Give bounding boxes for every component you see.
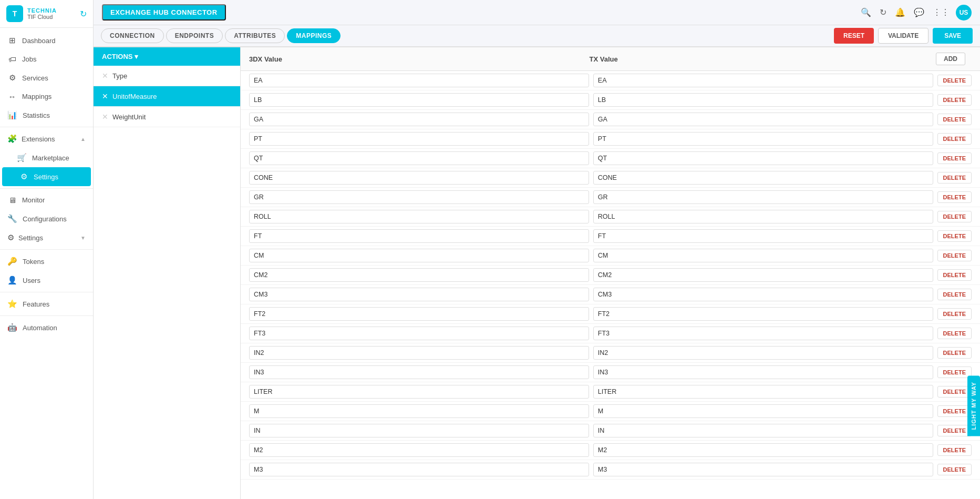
- light-my-way-button[interactable]: LIGHT MY WAY: [967, 375, 980, 436]
- delete-button[interactable]: DELETE: [937, 75, 972, 86]
- input-tx[interactable]: [593, 151, 933, 165]
- tab-connection[interactable]: CONNECTION: [101, 28, 164, 43]
- input-3dx[interactable]: [249, 249, 589, 262]
- sidebar-item-features[interactable]: ⭐ Features: [0, 294, 93, 313]
- mapping-item-weightunit[interactable]: ✕ WeightUnit: [94, 107, 240, 127]
- reset-button[interactable]: RESET: [834, 28, 874, 44]
- sidebar-item-marketplace[interactable]: 🛒 Marketplace: [0, 148, 93, 167]
- input-3dx[interactable]: [249, 463, 589, 476]
- input-tx[interactable]: [593, 210, 933, 223]
- input-3dx[interactable]: [249, 151, 589, 165]
- input-tx[interactable]: [593, 424, 933, 437]
- input-tx[interactable]: [593, 268, 933, 282]
- sidebar-item-tokens[interactable]: 🔑 Tokens: [0, 252, 93, 271]
- input-3dx[interactable]: [249, 307, 589, 321]
- input-3dx[interactable]: [249, 424, 589, 437]
- input-tx[interactable]: [593, 365, 933, 379]
- save-button[interactable]: SAVE: [933, 28, 973, 44]
- delete-button[interactable]: DELETE: [937, 464, 972, 475]
- delete-button[interactable]: DELETE: [937, 347, 972, 359]
- delete-button[interactable]: DELETE: [937, 386, 972, 398]
- delete-button[interactable]: DELETE: [937, 94, 972, 106]
- tab-attributes[interactable]: ATTRIBUTES: [225, 28, 285, 43]
- tab-endpoints[interactable]: ENDPOINTS: [166, 28, 223, 43]
- delete-button[interactable]: DELETE: [937, 172, 972, 184]
- delete-button[interactable]: DELETE: [937, 269, 972, 281]
- sidebar-item-extensions[interactable]: 🧩 Extensions ▲: [0, 129, 93, 148]
- input-3dx[interactable]: [249, 443, 589, 457]
- input-3dx[interactable]: [249, 190, 589, 204]
- input-tx[interactable]: [593, 74, 933, 87]
- input-tx[interactable]: [593, 229, 933, 243]
- delete-button[interactable]: DELETE: [937, 328, 972, 339]
- notification-button[interactable]: 🔔: [893, 5, 907, 19]
- input-3dx[interactable]: [249, 385, 589, 399]
- input-tx[interactable]: [593, 327, 933, 340]
- sidebar-item-mappings[interactable]: ↔ Mappings: [0, 87, 93, 106]
- delete-button[interactable]: DELETE: [937, 425, 972, 436]
- delete-button[interactable]: DELETE: [937, 366, 972, 378]
- input-3dx[interactable]: [249, 229, 589, 243]
- delete-button[interactable]: DELETE: [937, 444, 972, 456]
- delete-button[interactable]: DELETE: [937, 289, 972, 300]
- refresh-button[interactable]: ↻: [80, 9, 87, 19]
- delete-button[interactable]: DELETE: [937, 308, 972, 320]
- add-button[interactable]: ADD: [936, 53, 965, 65]
- delete-button[interactable]: DELETE: [937, 133, 972, 145]
- input-3dx[interactable]: [249, 132, 589, 146]
- delete-button[interactable]: DELETE: [937, 250, 972, 261]
- delete-button[interactable]: DELETE: [937, 152, 972, 164]
- sidebar-item-settings2[interactable]: ⚙ Settings ▼: [0, 228, 93, 247]
- input-3dx[interactable]: [249, 113, 589, 126]
- input-3dx[interactable]: [249, 171, 589, 185]
- actions-header[interactable]: ACTIONS ▾: [94, 47, 240, 66]
- input-3dx[interactable]: [249, 93, 589, 107]
- input-3dx[interactable]: [249, 288, 589, 301]
- mapping-item-type[interactable]: ✕ Type: [94, 66, 240, 86]
- validate-button[interactable]: VALIDATE: [878, 28, 929, 44]
- input-3dx[interactable]: [249, 327, 589, 340]
- sidebar-item-dashboard[interactable]: ⊞ Dashboard: [0, 31, 93, 50]
- sidebar-item-services[interactable]: ⚙ Services: [0, 68, 93, 87]
- tab-mappings[interactable]: MAPPINGS: [287, 28, 341, 43]
- input-3dx[interactable]: [249, 74, 589, 87]
- sidebar-item-configurations[interactable]: 🔧 Configurations: [0, 209, 93, 228]
- input-3dx[interactable]: [249, 346, 589, 360]
- input-tx[interactable]: [593, 463, 933, 476]
- sidebar-item-monitor[interactable]: 🖥 Monitor: [0, 191, 93, 209]
- message-button[interactable]: 💬: [912, 5, 926, 19]
- input-tx[interactable]: [593, 288, 933, 301]
- delete-button[interactable]: DELETE: [937, 191, 972, 203]
- avatar[interactable]: US: [956, 5, 972, 21]
- mapping-item-unitofmeasure[interactable]: ✕ UnitofMeasure: [94, 86, 240, 107]
- input-tx[interactable]: [593, 190, 933, 204]
- delete-button[interactable]: DELETE: [937, 230, 972, 242]
- input-tx[interactable]: [593, 307, 933, 321]
- delete-button[interactable]: DELETE: [937, 114, 972, 125]
- input-tx[interactable]: [593, 385, 933, 399]
- delete-button[interactable]: DELETE: [937, 405, 972, 417]
- sidebar-item-automation[interactable]: 🤖 Automation: [0, 318, 93, 337]
- input-tx[interactable]: [593, 404, 933, 418]
- input-tx[interactable]: [593, 113, 933, 126]
- input-3dx[interactable]: [249, 210, 589, 223]
- sidebar-item-users[interactable]: 👤 Users: [0, 271, 93, 290]
- topbar-title[interactable]: EXCHANGE HUB CONNECTOR: [102, 4, 226, 21]
- sidebar-item-jobs[interactable]: 🏷 Jobs: [0, 50, 93, 68]
- sidebar-item-statistics[interactable]: 📊 Statistics: [0, 106, 93, 125]
- grid-button[interactable]: ⋮⋮: [931, 5, 952, 19]
- input-3dx[interactable]: [249, 268, 589, 282]
- sidebar-label-users: Users: [23, 277, 40, 284]
- input-tx[interactable]: [593, 346, 933, 360]
- input-3dx[interactable]: [249, 404, 589, 418]
- input-tx[interactable]: [593, 249, 933, 262]
- search-button[interactable]: 🔍: [859, 5, 873, 19]
- input-3dx[interactable]: [249, 365, 589, 379]
- refresh-icon-button[interactable]: ↻: [878, 5, 889, 19]
- input-tx[interactable]: [593, 443, 933, 457]
- delete-button[interactable]: DELETE: [937, 211, 972, 222]
- input-tx[interactable]: [593, 93, 933, 107]
- input-tx[interactable]: [593, 132, 933, 146]
- sidebar-item-settings[interactable]: ⚙ Settings: [2, 167, 91, 186]
- input-tx[interactable]: [593, 171, 933, 185]
